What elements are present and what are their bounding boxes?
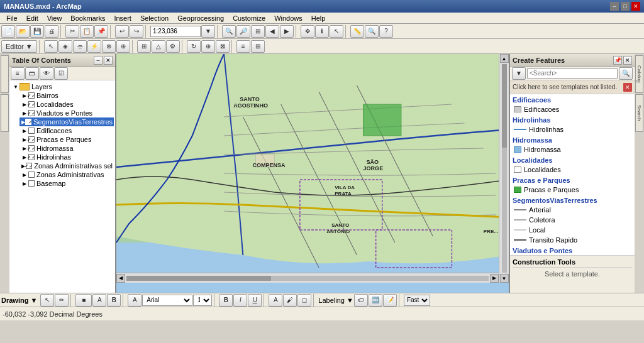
layer-checkbox[interactable]: ✓ — [28, 92, 35, 99]
scroll-right[interactable]: ▶ — [490, 274, 499, 283]
editor-dropdown-button[interactable]: Editor ▼ — [1, 40, 37, 53]
toc-layer-bairros[interactable]: ▶ ✓ Bairros — [19, 91, 114, 100]
menu-selection[interactable]: Selection — [136, 14, 172, 23]
toc-minimize[interactable]: – — [94, 56, 103, 65]
text-color[interactable]: A — [92, 294, 106, 307]
open-button[interactable]: 📂 — [16, 25, 30, 38]
print-button[interactable]: 🖨 — [45, 25, 58, 38]
layer-checkbox[interactable]: ✓ — [28, 136, 35, 143]
scale-dropdown[interactable]: ▼ — [201, 25, 215, 38]
tips-button[interactable]: ? — [379, 25, 393, 38]
cf-item-pracas[interactable]: Pracas e Parques — [510, 185, 635, 195]
cf-search-input[interactable] — [527, 68, 618, 79]
layer-checkbox[interactable] — [28, 172, 35, 178]
toc-layer-hidrolinhas[interactable]: ▶ ✓ Hidrolinhas — [19, 153, 114, 161]
zoom-out-button[interactable]: 🔎 — [236, 25, 250, 38]
map-area[interactable]: SANTO AGOSTINHO COMPENSA SÃO JORGE VILA … — [116, 54, 509, 293]
menu-view[interactable]: View — [43, 14, 66, 23]
split[interactable]: ⚡ — [87, 40, 101, 53]
merge[interactable]: ⊗ — [102, 40, 116, 53]
vscroll-track[interactable] — [502, 64, 507, 273]
maximize-button[interactable]: □ — [621, 2, 630, 11]
toc-list-by-visibility[interactable]: 👁 — [40, 67, 53, 80]
label-tool-2[interactable]: 🔤 — [369, 294, 382, 307]
cf-list[interactable]: Edificacoes Edificacoes Hidrolinhas Hidr… — [510, 94, 635, 255]
menu-edit[interactable]: Edit — [23, 14, 42, 23]
label-tool-3[interactable]: 📝 — [383, 294, 397, 307]
toc-list-by-source[interactable]: 🗃 — [25, 67, 39, 80]
menu-file[interactable]: File — [3, 14, 21, 23]
find-button[interactable]: 🔍 — [365, 25, 379, 38]
scroll-up[interactable]: ▲ — [500, 54, 509, 63]
highlight-btn[interactable]: 🖌 — [283, 294, 297, 307]
cf-item-coletora[interactable]: Coletora — [510, 215, 635, 225]
cf-item-local[interactable]: Local — [510, 225, 635, 235]
union[interactable]: ⊕ — [116, 40, 130, 53]
close-button[interactable]: ✕ — [631, 2, 640, 11]
zoom-in-button[interactable]: 🔍 — [222, 25, 236, 38]
layer-checkbox[interactable]: ✓ — [28, 145, 35, 151]
edit-tool[interactable]: ↖ — [44, 40, 58, 53]
layer-checkbox[interactable]: ✓ — [28, 110, 35, 116]
font-size-selector[interactable]: 10 — [193, 295, 212, 306]
cf-item-hidromassa[interactable]: Hidromassa — [510, 144, 635, 155]
menu-insert[interactable]: Insert — [110, 14, 135, 23]
left-tab-2[interactable] — [1, 94, 9, 132]
sketch-props[interactable]: ⚙ — [166, 40, 180, 53]
italic-btn[interactable]: I — [233, 294, 247, 307]
font-color-btn[interactable]: A — [269, 294, 282, 307]
back-extent-button[interactable]: ◀ — [265, 25, 279, 38]
layer-checkbox[interactable]: ✓ — [28, 154, 35, 160]
bold-button[interactable]: B — [107, 294, 121, 307]
menu-bookmarks[interactable]: Bookmarks — [67, 14, 109, 23]
labeling-label[interactable]: Labeling ▼ — [318, 297, 353, 304]
select-button[interactable]: ↖ — [330, 25, 343, 38]
attributes[interactable]: ≡ — [236, 40, 250, 53]
reshape[interactable]: ⌯ — [73, 40, 87, 53]
rotate[interactable]: ↻ — [187, 40, 201, 53]
redo-button[interactable]: ↪ — [130, 25, 143, 38]
save-button[interactable]: 💾 — [30, 25, 44, 38]
shadow-btn[interactable]: ◻ — [297, 294, 311, 307]
select-elements[interactable]: ↖ — [40, 294, 54, 307]
right-tab-search[interactable]: Search — [635, 94, 643, 132]
toc-content[interactable]: ▼ Layers ▶ ✓ Bairros ▶ ✓ Localidades — [9, 80, 115, 293]
fill-color[interactable]: ■ — [75, 294, 92, 307]
layer-checkbox[interactable] — [28, 180, 35, 187]
toc-list-by-selection[interactable]: ☑ — [54, 67, 68, 80]
cf-item-transito[interactable]: Transito Rapido — [510, 235, 635, 245]
map-hscroll[interactable]: ◀ ▶ — [116, 273, 499, 283]
cf-info-close[interactable]: ✕ — [623, 83, 632, 92]
cut-button[interactable]: ✂ — [65, 25, 79, 38]
cf-item-hidrolinhas[interactable]: Hidrolinhas — [510, 124, 635, 134]
menu-windows[interactable]: Windows — [270, 14, 306, 23]
edit-vertices[interactable]: ◈ — [58, 40, 72, 53]
cf-options-button[interactable]: ▼ — [512, 67, 526, 80]
copy-button[interactable]: 📋 — [80, 25, 94, 38]
cf-item-arterial[interactable]: Arterial — [510, 205, 635, 215]
scale[interactable]: ⊠ — [216, 40, 230, 53]
cf-search-button[interactable]: 🔍 — [619, 67, 633, 80]
layer-checkbox[interactable]: ✓ — [25, 119, 31, 125]
layer-checkbox[interactable]: ✓ — [28, 101, 35, 107]
underline-btn[interactable]: U — [248, 294, 262, 307]
full-extent-button[interactable]: ⊞ — [251, 25, 265, 38]
scale-input[interactable]: 1:23,036 — [150, 26, 201, 37]
bold-btn[interactable]: B — [219, 294, 233, 307]
scroll-left[interactable]: ◀ — [116, 274, 125, 283]
speed-selector[interactable]: Fast — [404, 295, 430, 306]
menu-help[interactable]: Help — [308, 14, 330, 23]
toc-layer-pracas[interactable]: ▶ ✓ Pracas e Parques — [19, 135, 114, 144]
right-tab-catalog[interactable]: Catalog — [635, 55, 643, 93]
map-vscroll[interactable]: ▲ ▼ — [499, 54, 509, 283]
topology[interactable]: △ — [152, 40, 165, 53]
measure-button[interactable]: 📏 — [350, 25, 364, 38]
identify-button[interactable]: ℹ — [315, 25, 329, 38]
snapping[interactable]: ⊞ — [137, 40, 151, 53]
menu-geoprocessing[interactable]: Geoprocessing — [174, 14, 228, 23]
layer-checkbox[interactable]: ✓ — [26, 163, 32, 169]
new-button[interactable]: 📄 — [1, 25, 15, 38]
move[interactable]: ⊕ — [201, 40, 215, 53]
cf-info-bar[interactable]: Click here to see templates not listed. … — [510, 80, 635, 94]
hscroll-track[interactable] — [126, 276, 489, 281]
